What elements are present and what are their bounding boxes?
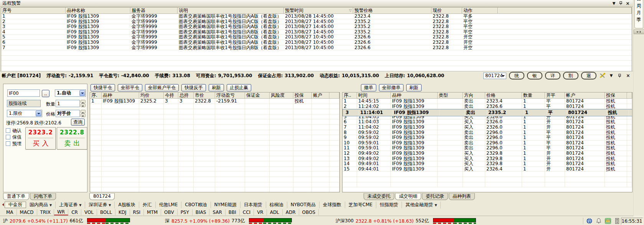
toolbar-button[interactable]: 止损止赢 — [227, 84, 251, 91]
indicator-tab[interactable]: BIAS — [193, 209, 210, 215]
table-row[interactable] — [343, 177, 632, 182]
indicator-tab[interactable]: ADL — [267, 209, 283, 215]
market-tab[interactable]: CBOT粮油 — [181, 202, 211, 208]
price-stepper[interactable] — [81, 110, 86, 117]
table-row[interactable]: 211:24:02IF09 股指1309卖出2326.61平801724投机 — [343, 104, 632, 109]
market-tab[interactable]: 芝加哥CME — [345, 202, 376, 208]
chevron-down-icon[interactable] — [36, 111, 41, 116]
indicator-tab[interactable]: MA — [3, 209, 17, 215]
column-header[interactable]: 投保 — [605, 93, 627, 98]
column-header[interactable]: 市价 — [194, 93, 215, 98]
table-row[interactable]: 114:45:15IF09 股指1309卖出2323.41平801724投机 — [343, 99, 632, 104]
indicator-tab[interactable]: VR — [254, 209, 267, 215]
table-row[interactable] — [90, 151, 339, 156]
price-input[interactable] — [56, 110, 80, 117]
menu-down-icon[interactable]: ▼ — [611, 1, 617, 6]
dock-splitter[interactable] — [634, 30, 644, 34]
panel-tab[interactable]: 委托记录 — [422, 193, 448, 200]
column-header[interactable]: 价格 — [485, 93, 522, 98]
indicator-tab[interactable]: TRIX — [37, 209, 54, 215]
host-icon[interactable] — [614, 218, 620, 224]
table-row[interactable] — [90, 135, 339, 141]
table-row[interactable] — [90, 109, 339, 114]
indicator-tab[interactable]: OBV — [161, 209, 178, 215]
table-row[interactable] — [90, 167, 339, 172]
table-row[interactable] — [90, 119, 339, 125]
market-tab[interactable]: 外汇 — [139, 202, 156, 208]
market-tab[interactable]: 上海证券▼ — [56, 202, 85, 208]
table-row[interactable] — [1, 66, 632, 71]
column-header[interactable]: 数量 — [522, 93, 545, 98]
toolbar-button[interactable]: 撤单 — [361, 84, 376, 91]
buy-button[interactable]: 2323.2 买入 — [25, 127, 56, 150]
column-header[interactable] — [498, 8, 632, 13]
column-header[interactable]: 现价 — [432, 8, 462, 13]
column-header[interactable]: 账户 — [312, 93, 329, 98]
close-icon[interactable]: × — [625, 1, 631, 6]
chevron-down-icon[interactable] — [79, 90, 85, 96]
quick-button[interactable]: 银 — [527, 72, 542, 79]
column-header[interactable]: 预警时间▽ — [284, 8, 353, 13]
tools-icon[interactable] — [599, 73, 606, 79]
period-tab[interactable]: 季 — [637, 17, 641, 22]
column-header[interactable]: 序. — [90, 93, 102, 98]
indicator-tab[interactable]: WR — [54, 209, 68, 215]
quick-button[interactable]: 详 — [545, 72, 560, 79]
column-header[interactable]: 类型 — [438, 93, 463, 98]
column-header[interactable]: 服务器 — [130, 8, 178, 13]
table-row[interactable] — [90, 125, 339, 130]
table-row[interactable] — [343, 172, 632, 177]
indicator-tab[interactable]: BBI — [226, 209, 240, 215]
indicator-tab[interactable]: SAR — [209, 209, 225, 215]
market-tab[interactable]: NYBOT商品 — [287, 202, 320, 208]
table-row[interactable]: 1IF09 股指13092325.2332322.8-2159.91投机 — [90, 99, 339, 104]
panel-tab[interactable]: 成交明细 — [395, 193, 421, 200]
column-header[interactable]: 总持 — [178, 93, 194, 98]
sell-button[interactable]: 2322.8 卖出 — [57, 127, 87, 150]
market-tab[interactable]: 其他金融期货▼ — [402, 202, 441, 208]
checkbox-row[interactable]: 保值 — [6, 134, 21, 140]
panel-tab[interactable]: 未成交委托 — [364, 193, 394, 200]
panel-tab[interactable]: 闪电下单 — [30, 193, 56, 200]
table-row[interactable]: 909:59:02IF09 股指1309卖出2296.01平801724投机 — [343, 135, 632, 141]
toolbar-button[interactable]: 刷新 — [406, 84, 422, 91]
table-row[interactable]: 611:04:03IF09 股指1309买入2326.01开801724投机 — [343, 119, 632, 125]
column-header[interactable]: 今持 — [164, 93, 178, 98]
period-tab[interactable]: 日 — [637, 0, 641, 1]
table-row[interactable]: 6IF09 股指1309金字塔9999图表交易策略国联丰收1号股指日内A版（看盘… — [1, 40, 632, 45]
contract-code-input[interactable] — [7, 89, 40, 97]
account-select[interactable]: 801724 — [483, 73, 506, 79]
table-row[interactable] — [90, 187, 339, 192]
table-row[interactable]: 1209:49:02IF09 股指1309买入2329.81开801724投机 — [343, 151, 632, 156]
market-tab[interactable]: 日本期货 — [240, 202, 266, 208]
account-tab[interactable]: 801724 — [89, 193, 115, 200]
toolbar-button[interactable]: 全部账户平仓 — [145, 84, 179, 91]
table-row[interactable] — [90, 172, 339, 177]
table-row[interactable]: 1109:59:01IF09 股指1309卖出2296.01平801724投机 — [343, 146, 632, 151]
panel-tab[interactable]: 普通下单 — [3, 193, 29, 200]
table-row[interactable]: 1409:49:01IF09 股指1309买入2329.81开801724投机 — [343, 161, 632, 167]
column-header[interactable]: 品种名称 — [66, 8, 130, 13]
toolbar-button[interactable]: 刷新 — [209, 84, 224, 91]
table-row[interactable]: 1509:44:01IF09 股指1309买入2326.41开801724投机 — [343, 167, 632, 172]
market-tab[interactable]: A股板块 — [115, 202, 139, 208]
indicator-tab[interactable]: PSY — [178, 209, 193, 215]
qty-stepper[interactable] — [81, 100, 86, 107]
column-header[interactable]: 帐户 — [565, 93, 605, 98]
table-row[interactable]: 3IF09 股指1309金字塔9999图表交易策略国联丰收1号股指日内A版（看盘… — [1, 24, 632, 30]
indicator-tab[interactable]: BOLL — [97, 209, 115, 215]
market-tab[interactable]: NYME能源 — [211, 202, 240, 208]
column-header[interactable]: 风险度 — [270, 93, 293, 98]
checkbox[interactable] — [6, 135, 10, 139]
table-row[interactable] — [90, 182, 339, 188]
pin-icon[interactable] — [617, 73, 623, 78]
qty-input[interactable] — [56, 100, 80, 107]
toolbar-button[interactable]: 全部撤单 — [379, 84, 404, 91]
indicator-tab[interactable]: KDJ — [115, 209, 130, 215]
table-row[interactable] — [1, 61, 632, 66]
table-row[interactable]: 5IF09 股指1309金字塔9999图表交易策略国联丰收1号股指日内C版（看盘… — [1, 35, 632, 40]
table-row[interactable] — [90, 104, 339, 109]
browse-button[interactable]: .. — [42, 90, 49, 97]
menu-down-icon[interactable]: ▼ — [608, 73, 614, 78]
market-tab[interactable]: 国内商品▼ — [26, 202, 56, 208]
